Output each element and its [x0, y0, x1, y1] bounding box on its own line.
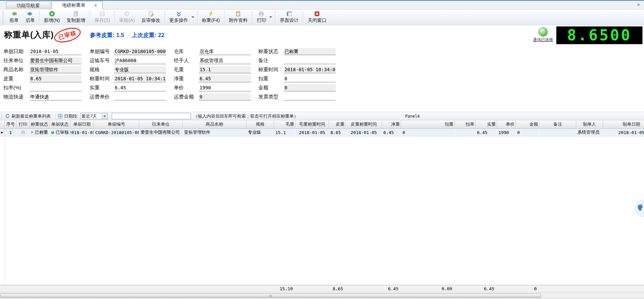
summary-mz: 15.10: [274, 285, 296, 292]
field-product: 亚拓管理软件: [30, 66, 82, 73]
toolbar-buttons: 前单后单新增(N)复制新增保存(S)审核(A)反审修改更多操作称重(F4)附件资…: [6, 9, 330, 25]
column-header-pzsj[interactable]: 皮重称重时间: [346, 120, 382, 128]
summary-print: [17, 285, 30, 292]
field-label-bill-date: 单据日期: [3, 48, 30, 55]
toolbar-button-next[interactable]: 后单: [22, 9, 38, 25]
toolbar-button-design[interactable]: 界面设计: [276, 9, 302, 25]
column-header-jz[interactable]: 净重: [382, 120, 401, 128]
toolbar-button-unaudit[interactable]: 反审修改: [138, 9, 164, 25]
column-header-czzt[interactable]: 称重状态: [30, 120, 50, 128]
summary-sz: 6.45: [476, 285, 497, 292]
toolbar-entry-next: 后单: [22, 9, 38, 25]
toolbar-button-copy-new[interactable]: 复制新增: [63, 9, 89, 25]
column-header-zdr[interactable]: 制单人: [576, 120, 603, 128]
column-header-sz[interactable]: 实重: [476, 120, 497, 128]
column-header-pz[interactable]: 皮重: [329, 120, 346, 128]
column-header-je[interactable]: 金额: [516, 120, 539, 128]
cell-czzt: 已称重: [30, 129, 50, 136]
field-invoice-type[interactable]: [284, 93, 336, 100]
connection-status-link[interactable]: 通讯已连接: [531, 37, 555, 43]
field-truck-no[interactable]: 沪A86008: [114, 57, 166, 64]
toolbar: 前单后单新增(N)复制新增保存(S)审核(A)反审修改更多操作称重(F4)附件资…: [0, 9, 644, 25]
tab-weighbridge-ticket[interactable]: 地磅称重单 ×: [52, 1, 103, 9]
arrow-left-icon: [11, 11, 17, 17]
field-actual-weight[interactable]: 6.45: [114, 84, 166, 91]
column-header-zdrq[interactable]: 制单日期: [603, 120, 644, 128]
field-label-freight-amount: 运费金额: [174, 94, 199, 100]
column-header-gg[interactable]: 规格: [247, 120, 274, 128]
toolbar-button-close-window[interactable]: 关闭窗口: [304, 9, 330, 25]
summary-gg: [247, 285, 274, 292]
column-header-kz[interactable]: 扣重: [401, 120, 455, 128]
summary-dj: [497, 285, 516, 292]
column-header-spmc[interactable]: 商品名称: [183, 120, 247, 128]
window-close-icon[interactable]: ×: [637, 2, 640, 7]
cell-jz: 6.45: [382, 129, 401, 136]
date-range-select[interactable]: 最近7天: [80, 113, 108, 119]
field-label-product: 商品名称: [3, 67, 30, 73]
toolbar-button-label: 附件资料: [229, 17, 248, 24]
toolbar-separator: [275, 10, 275, 24]
cell-dj: 1990: [497, 129, 516, 136]
toolbar-entry-copy-new: 复制新增: [63, 9, 89, 25]
chevron-down-icon[interactable]: [269, 16, 272, 19]
field-tare-weigh-time: 2018-01-05 10:34:13: [114, 75, 166, 82]
column-header-dj[interactable]: 单价: [497, 120, 516, 128]
field-tare-weight: 8.65: [30, 75, 82, 82]
field-handler[interactable]: 系统管理员: [199, 57, 251, 64]
tab-function-nav[interactable]: 功能导航窗: [6, 1, 50, 9]
column-header-bz[interactable]: 备注: [539, 120, 576, 128]
toolbar-button-print[interactable]: 打印: [253, 9, 269, 25]
column-header-djrq[interactable]: 单据日期: [70, 120, 94, 128]
field-label-freight-price: 运费单价: [90, 94, 114, 100]
refresh-list-label: 刷新最近称重单列表: [11, 113, 51, 119]
field-remark[interactable]: [284, 57, 336, 64]
cell-bz: [539, 129, 576, 136]
field-label-net-weight: 净重: [174, 76, 199, 82]
combo-dropdown-button[interactable]: [102, 113, 107, 119]
field-deduct-rate[interactable]: [30, 84, 82, 91]
filter-grip-handle[interactable]: [1, 113, 3, 119]
field-unit-price[interactable]: 1990: [199, 84, 251, 91]
toolbar-button-new[interactable]: 新增(N): [41, 9, 63, 25]
toolbar-button-weigh[interactable]: 称重(F4): [199, 9, 223, 25]
column-header-print[interactable]: 打印: [17, 120, 30, 128]
chevron-down-icon: [103, 116, 106, 118]
toolbar-entry-save: 保存(S): [91, 9, 113, 25]
row-print-icon[interactable]: [17, 129, 30, 136]
toolbar-grip-handle[interactable]: [3, 11, 5, 24]
row-selector-gutter: [0, 136, 5, 285]
toolbar-button-label: 打印: [257, 17, 266, 24]
chevron-down-icon[interactable]: [192, 16, 194, 19]
search-input[interactable]: [112, 113, 191, 119]
column-header-mzsj[interactable]: 毛重称重时间: [296, 120, 329, 128]
field-logistics[interactable]: 申通快递: [30, 93, 82, 100]
summary-bz: [539, 285, 576, 292]
cell-djbh: CGRKD-20180105-0006: [94, 129, 139, 136]
field-warehouse[interactable]: 总仓库: [199, 48, 251, 55]
refresh-list-button[interactable]: 刷新最近称重单列表: [5, 113, 51, 119]
tab-close-icon[interactable]: ×: [94, 3, 97, 8]
cell-djzt: 已审核: [50, 129, 70, 136]
date-range-label: 日期段:: [64, 113, 78, 119]
toolbar-button-prev[interactable]: 前单: [6, 9, 22, 25]
column-header-djzt[interactable]: 单据状态: [50, 120, 70, 128]
search-filter-icon[interactable]: [58, 114, 63, 119]
column-header-kl[interactable]: 扣率: [455, 120, 476, 128]
toolbar-button-attach[interactable]: 附件资料: [225, 9, 251, 25]
column-header-wldw[interactable]: 往来单位: [139, 120, 183, 128]
scrollbar-thumb[interactable]: [0, 294, 541, 298]
column-header-mz[interactable]: 毛重: [274, 120, 296, 128]
assistant-floating-button[interactable]: [635, 200, 644, 217]
horizontal-scrollbar[interactable]: [0, 293, 644, 298]
field-deduct-weight[interactable]: 0: [284, 75, 336, 82]
column-header-djbh[interactable]: 单据编号: [94, 120, 139, 128]
date-range-value: 最近7天: [80, 113, 102, 119]
toolbar-button-label: 新增(N): [44, 17, 60, 24]
summary-kz: 0.00: [401, 285, 455, 292]
toolbar-button-more[interactable]: 更多操作: [166, 9, 192, 25]
column-header-xh[interactable]: 序号: [5, 120, 17, 128]
field-freight-price[interactable]: [114, 93, 166, 100]
table-row[interactable]: ▶1已称重已审核2018-01-05CGRKD-20180105-0006爱普生…: [0, 129, 644, 136]
field-bill-date[interactable]: 2018-01-05: [30, 48, 82, 55]
